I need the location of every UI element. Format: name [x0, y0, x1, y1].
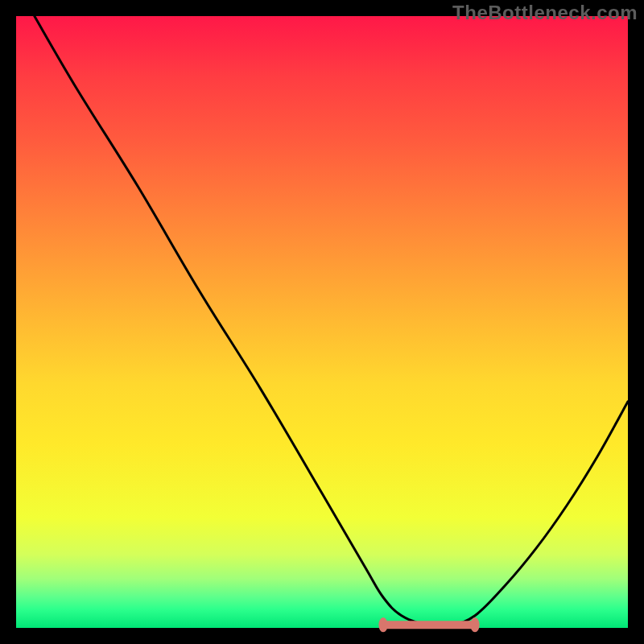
optimal-band-marker: [378, 617, 479, 632]
svg-point-2: [470, 617, 479, 632]
svg-point-1: [378, 617, 387, 632]
watermark-text: TheBottleneck.com: [452, 2, 638, 24]
chart-overlay: [16, 16, 628, 628]
bottleneck-curve: [35, 16, 628, 626]
